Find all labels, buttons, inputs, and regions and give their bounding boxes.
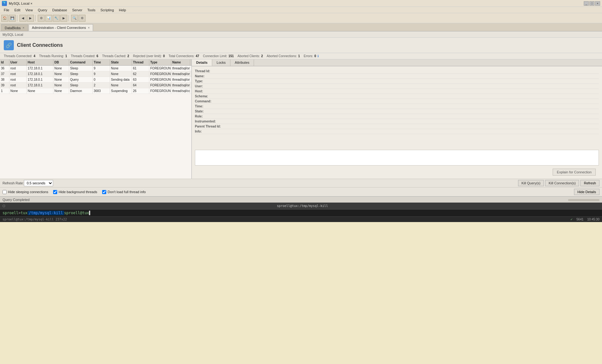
status-bar: Query Completed <box>0 196 602 203</box>
kill-query-button[interactable]: Kill Query(s) <box>518 180 544 186</box>
table-cell-3-3: None <box>53 83 69 88</box>
hide-sleeping-checkbox[interactable] <box>3 190 7 194</box>
detail-thread-id: Thread Id: <box>195 69 599 74</box>
menu-scripting[interactable]: Scripting <box>98 8 117 13</box>
toolbar-back[interactable]: ◀ <box>19 15 26 22</box>
tab-attributes[interactable]: Attributes <box>230 59 254 66</box>
close-button[interactable]: × <box>595 1 600 6</box>
menu-server[interactable]: Server <box>69 8 85 13</box>
refresh-rate-select[interactable]: Don't refresh0.5 seconds1 second2 second… <box>24 180 53 186</box>
toolbar-settings[interactable]: ⚙ <box>79 15 86 22</box>
col-thread[interactable]: Thread <box>132 59 149 65</box>
refresh-button[interactable]: Refresh <box>580 180 599 186</box>
menu-file[interactable]: File <box>1 8 12 13</box>
toolbar-home[interactable]: 🏠 <box>1 15 8 22</box>
toolbar-save[interactable]: 💾 <box>9 15 16 22</box>
tab-locks[interactable]: Locks <box>212 59 230 66</box>
dont-load-thread-checkbox-label[interactable]: Don't load full thread info <box>102 190 146 194</box>
col-id[interactable]: Id <box>0 59 9 65</box>
terminal-container: ⬡ sproell@tux:/tmp/mysql-kill sproell > … <box>0 203 602 222</box>
table-row[interactable]: 1NoneNoneNoneDaemon3683Suspending26FOREG… <box>0 88 191 94</box>
tab-bar: DataBlobs × Administration - Client Conn… <box>0 23 602 31</box>
col-host[interactable]: Host <box>27 59 53 65</box>
checkboxes-row: Hide sleeping connections Hide backgroun… <box>0 187 602 196</box>
table-cell-4-6: Suspending <box>110 88 132 94</box>
detail-parent-thread-id: Parent Thread Id: <box>195 124 599 129</box>
table-cell-3-9: thread/sql/on <box>171 83 190 88</box>
tab-client-connections-close[interactable]: × <box>88 26 90 30</box>
table-row[interactable]: 37root172.18.0.1NoneSleep9None62FOREGROU… <box>0 71 191 77</box>
toolbar-sep1 <box>17 15 18 21</box>
col-type[interactable]: Type <box>149 59 171 65</box>
col-time[interactable]: Time <box>93 59 110 65</box>
table-cell-0-2: 172.18.0.1 <box>27 66 53 71</box>
table-cell-4-2: None <box>27 88 53 94</box>
tab-client-connections[interactable]: Administration - Client Connections × <box>29 24 93 31</box>
col-user[interactable]: User <box>9 59 27 65</box>
table-cell-1-5: 9 <box>93 71 110 77</box>
info-text-box[interactable] <box>195 150 599 166</box>
hide-background-checkbox[interactable] <box>53 190 57 194</box>
detail-state: State: <box>195 109 599 114</box>
terminal-server: tux <box>21 211 28 215</box>
tab-datablobs-close[interactable]: × <box>23 26 25 30</box>
table-row[interactable]: 36root172.18.0.1NoneSleep9None61FOREGROU… <box>0 66 191 71</box>
menu-edit[interactable]: Edit <box>12 8 23 13</box>
hide-sleeping-checkbox-label[interactable]: Hide sleeping connections <box>3 190 48 194</box>
stat-threads-running: Threads Running: 1 <box>39 54 67 58</box>
table-cell-2-6: Sending data <box>110 77 132 82</box>
terminal-sep1: > <box>19 211 21 215</box>
page-title: Client Connections <box>17 42 63 48</box>
col-db[interactable]: DB <box>53 59 69 65</box>
menu-query[interactable]: Query <box>35 8 50 13</box>
dont-load-thread-checkbox[interactable] <box>102 190 106 194</box>
breadcrumb: MySQL Local <box>0 31 602 38</box>
table-cell-1-1: root <box>9 71 27 77</box>
details-panel: Details Locks Attributes Thread Id: Name… <box>192 59 602 179</box>
terminal-checkmark: ✓ <box>570 218 573 221</box>
terminal-title-bar: ⬡ sproell@tux:/tmp/mysql-kill <box>0 203 602 209</box>
title-bar-controls: _ □ × <box>584 1 600 6</box>
menu-database[interactable]: Database <box>50 8 69 13</box>
details-tabs: Details Locks Attributes <box>192 59 602 66</box>
table-row[interactable]: 39root172.18.0.1NoneSleep2None64FOREGROU… <box>0 83 191 88</box>
table-cell-4-3: None <box>53 88 69 94</box>
detail-instrumented: Instrumented: <box>195 119 599 124</box>
menu-help[interactable]: Help <box>116 8 129 13</box>
detail-host: Host: <box>195 89 599 94</box>
hide-sleeping-label: Hide sleeping connections <box>8 190 48 194</box>
tab-datablobs[interactable]: DataBlobs × <box>1 24 28 31</box>
table-cell-0-1: root <box>9 66 27 71</box>
errors-info-icon[interactable]: ℹ <box>318 54 319 58</box>
maximize-button[interactable]: □ <box>589 1 594 6</box>
tab-details[interactable]: Details <box>192 59 212 66</box>
toolbar-btn5[interactable]: 🔧 <box>53 15 60 22</box>
table-cell-3-2: 172.18.0.1 <box>27 83 53 88</box>
stat-total-connections: Total Connections: 47 <box>168 54 199 58</box>
table-row[interactable]: 38root172.18.0.1NoneQuery0Sending data63… <box>0 77 191 83</box>
stat-errors: Errors: 0 ℹ <box>304 54 319 58</box>
hide-details-button[interactable]: Hide Details <box>574 189 599 195</box>
page-icon: 🔗 <box>4 40 14 50</box>
table-cell-3-5: 2 <box>93 83 110 88</box>
minimize-button[interactable]: _ <box>584 1 589 6</box>
toolbar-search[interactable]: 🔍 <box>71 15 78 22</box>
col-state[interactable]: State <box>110 59 132 65</box>
toolbar-btn4[interactable]: 📊 <box>45 15 52 22</box>
toolbar-forward[interactable]: ▶ <box>27 15 34 22</box>
table-cell-1-8: FOREGROUNI <box>149 71 171 77</box>
col-command[interactable]: Command <box>69 59 93 65</box>
hide-background-checkbox-label[interactable]: Hide background threads <box>53 190 97 194</box>
terminal-prompt: sproell > tux /tmp/mysql-kill sproell@tu… <box>3 211 91 215</box>
menu-tools[interactable]: Tools <box>85 8 98 13</box>
kill-connection-button[interactable]: Kill Connection(s) <box>545 180 579 186</box>
menu-view[interactable]: View <box>23 8 36 13</box>
toolbar-btn3[interactable]: ⚙ <box>38 15 45 22</box>
explain-connection-button[interactable]: Explain for Connection <box>553 169 596 176</box>
terminal-body[interactable]: sproell > tux /tmp/mysql-kill sproell@tu… <box>0 209 602 216</box>
toolbar-btn6[interactable]: ▶ <box>60 15 67 22</box>
stats-bar: Threads Connected: 4 Threads Running: 1 … <box>0 53 602 59</box>
table-cell-0-4: Sleep <box>69 66 93 71</box>
table-cell-4-0: 1 <box>0 88 9 94</box>
col-name[interactable]: Name <box>171 59 190 65</box>
